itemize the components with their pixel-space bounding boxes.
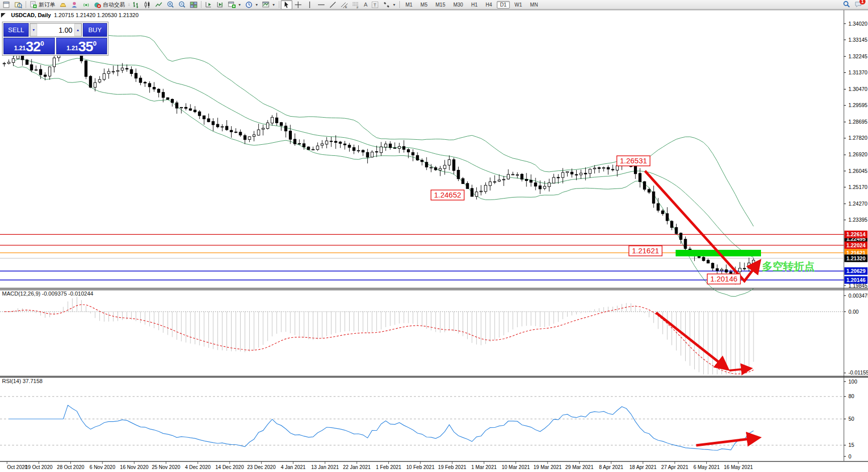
svg-text:16 May 2021: 16 May 2021	[724, 464, 753, 470]
svg-text:1.24652: 1.24652	[434, 191, 461, 199]
svg-text:1.26920: 1.26920	[848, 151, 867, 157]
svg-text:-0.01155: -0.01155	[848, 369, 868, 375]
svg-text:1.20146: 1.20146	[846, 277, 865, 283]
svg-text:0.00: 0.00	[848, 309, 859, 315]
svg-text:0.003475: 0.003475	[848, 293, 868, 299]
svg-text:100: 100	[848, 379, 857, 385]
buy-button[interactable]: BUY	[83, 23, 107, 37]
svg-text:15: 15	[848, 442, 854, 448]
sell-price-sup: 0	[40, 40, 44, 47]
svg-text:10 Feb 2021: 10 Feb 2021	[406, 464, 435, 470]
svg-text:19 Oct 2020: 19 Oct 2020	[25, 464, 53, 470]
svg-text:1 Feb 2021: 1 Feb 2021	[376, 464, 401, 470]
svg-text:4 Dec 2020: 4 Dec 2020	[185, 464, 211, 470]
svg-text:1.21320: 1.21320	[846, 255, 865, 261]
svg-text:1.30470: 1.30470	[848, 86, 867, 92]
buy-price-box[interactable]: 1.21350	[56, 38, 107, 54]
volume-increase-button[interactable]: ▲	[74, 24, 81, 36]
svg-text:1.32245: 1.32245	[848, 53, 867, 59]
svg-text:1.23395: 1.23395	[848, 217, 867, 223]
volume-decrease-button[interactable]: ▼	[30, 24, 37, 36]
panel-collapse-arrow[interactable]	[1, 13, 6, 18]
rsi-label: RSI(14) 37.7158	[2, 378, 43, 384]
svg-text:13 Jan 2021: 13 Jan 2021	[311, 464, 339, 470]
svg-text:19 Mar 2021: 19 Mar 2021	[533, 464, 562, 470]
svg-text:22 Jan 2021: 22 Jan 2021	[343, 464, 371, 470]
svg-text:1.29595: 1.29595	[848, 102, 867, 108]
svg-text:Oct 2020: Oct 2020	[7, 464, 28, 470]
svg-text:1.33145: 1.33145	[848, 37, 867, 43]
svg-text:1 Mar 2021: 1 Mar 2021	[471, 464, 497, 470]
svg-text:6 May 2021: 6 May 2021	[693, 464, 720, 470]
svg-text:1.26531: 1.26531	[620, 156, 647, 165]
svg-text:16 Nov 2020: 16 Nov 2020	[120, 464, 149, 470]
svg-text:6 Nov 2020: 6 Nov 2020	[89, 464, 116, 470]
turning-point-label: 多空转折点	[762, 260, 815, 272]
svg-text:10 Mar 2021: 10 Mar 2021	[502, 464, 530, 470]
one-click-trading-panel: SELL ▼ ▲ BUY 1.21320 1.21350	[2, 22, 108, 56]
sell-price-big: 32	[26, 40, 40, 53]
svg-text:28 Oct 2020: 28 Oct 2020	[57, 464, 84, 470]
svg-text:19 Feb 2021: 19 Feb 2021	[438, 464, 467, 470]
svg-text:1.22024: 1.22024	[846, 242, 865, 248]
svg-text:1.21621: 1.21621	[632, 246, 659, 255]
svg-text:1.26045: 1.26045	[848, 168, 867, 174]
svg-text:14 Dec 2020: 14 Dec 2020	[215, 464, 244, 470]
mt4-window: 新订单 自动交易 ⁞⁞	[0, 0, 868, 472]
svg-text:23 Dec 2020: 23 Dec 2020	[247, 464, 276, 470]
sell-button[interactable]: SELL	[4, 23, 29, 37]
ohlc-quote-label: 1.20715 1.21420 1.20530 1.21320	[54, 12, 139, 18]
main-chart-canvas[interactable]: 多空转折点1.265311.246521.216211.201461.34020…	[0, 0, 868, 472]
svg-text:50: 50	[848, 416, 854, 422]
macd-label: MACD(12,26,9) -0.009375 -0.010244	[2, 291, 93, 297]
svg-text:80: 80	[848, 393, 854, 399]
svg-text:1.25170: 1.25170	[848, 184, 867, 190]
svg-text:18 Apr 2021: 18 Apr 2021	[629, 464, 657, 470]
sell-price-box[interactable]: 1.21320	[4, 38, 55, 54]
svg-text:4 Jan 2021: 4 Jan 2021	[281, 464, 306, 470]
svg-text:1.31370: 1.31370	[848, 69, 867, 75]
svg-text:1.20629: 1.20629	[846, 268, 865, 274]
svg-text:25 Nov 2020: 25 Nov 2020	[152, 464, 180, 470]
svg-text:1.20146: 1.20146	[710, 274, 737, 283]
svg-text:29 Mar 2021: 29 Mar 2021	[565, 464, 594, 470]
svg-text:1.27820: 1.27820	[848, 135, 867, 141]
svg-text:1.24270: 1.24270	[848, 201, 867, 207]
svg-text:8 Apr 2021: 8 Apr 2021	[599, 464, 624, 470]
chart-title: USDCAD, Daily 1.20715 1.21420 1.20530 1.…	[11, 12, 139, 18]
buy-price-prefix: 1.21	[66, 45, 78, 52]
svg-text:1.22614: 1.22614	[846, 231, 865, 237]
volume-stepper: ▼ ▲	[30, 23, 82, 37]
buy-price-big: 35	[78, 40, 93, 53]
volume-input[interactable]	[37, 24, 74, 36]
svg-text:1.34020: 1.34020	[848, 21, 867, 27]
buy-price-sup: 0	[93, 40, 96, 47]
symbol-period-label: USDCAD, Daily	[11, 12, 51, 18]
svg-text:1.28695: 1.28695	[848, 119, 867, 125]
sell-price-prefix: 1.21	[14, 45, 26, 52]
svg-text:0: 0	[848, 453, 851, 459]
svg-text:27 Apr 2021: 27 Apr 2021	[661, 464, 688, 470]
